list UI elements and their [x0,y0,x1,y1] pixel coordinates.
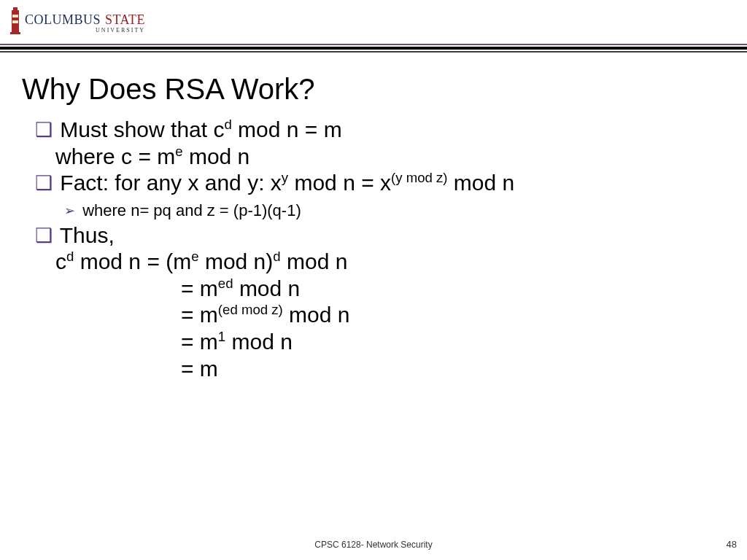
text-fragment: mod n [448,171,515,195]
bullet-must-show: Must show that cd mod n = m [35,117,725,144]
superscript: d [224,117,231,132]
logo-word-state: STATE [105,13,145,26]
svg-rect-2 [13,7,18,12]
text-fragment: Thus, [60,223,115,247]
text-fragment: where n= pq and z = (p-1)(q-1) [82,201,301,219]
logo-word-columbus: COLUMBUS [25,13,101,26]
svg-rect-4 [12,20,18,23]
text-fragment: = m [181,276,218,300]
superscript: e [175,144,182,159]
superscript: 1 [218,329,225,344]
superscript: e [191,249,198,264]
text-fragment: = m [181,303,218,327]
where-clause: where c = me mod n [35,144,725,171]
superscript: (y mod z) [391,170,447,185]
text-fragment: mod n [183,144,250,168]
text-fragment: where c = m [55,144,175,168]
eq-line-3: = m(ed mod z) mod n [35,302,725,329]
text-fragment: mod n = x [288,171,391,195]
svg-rect-3 [12,15,18,18]
text-fragment: c [55,249,66,273]
header-divider [0,44,747,52]
sub-bullet-where: where n= pq and z = (p-1)(q-1) [35,201,725,221]
text-fragment: mod n = (m [74,249,191,273]
text-fragment: = m [181,357,218,381]
text-fragment: mod n = m [232,117,342,141]
superscript: y [282,170,288,185]
footer-text: CPSC 6128- Network Security [0,540,747,550]
eq-line-1: cd mod n = (me mod n)d mod n [35,249,725,276]
page-number: 48 [727,539,737,550]
text-fragment: mod n [233,276,301,300]
slide-body: Must show that cd mod n = m where c = me… [35,117,725,382]
logo-text: COLUMBUS STATE UNIVERSITY [25,9,145,34]
slide-title: Why Does RSA Work? [22,73,315,106]
eq-line-4: = m1 mod n [35,329,725,356]
text-fragment: = m [181,330,218,354]
text-fragment: mod n [283,303,350,327]
text-fragment: mod n [225,330,293,354]
text-fragment: Fact: for any x and y: x [60,171,281,195]
bullet-fact: Fact: for any x and y: xy mod n = x(y mo… [35,170,725,197]
slide: COLUMBUS STATE UNIVERSITY Why Does RSA W… [0,0,747,560]
superscript: d [273,249,280,264]
eq-line-2: = med mod n [35,276,725,303]
logo-tower-icon [9,7,22,35]
superscript: ed [218,276,233,291]
text-fragment: Must show that c [60,117,224,141]
logo-subtext: UNIVERSITY [25,28,145,34]
text-fragment: mod n) [199,249,274,273]
svg-rect-1 [10,32,20,34]
eq-line-5: = m [35,356,725,383]
superscript: d [66,249,74,264]
bullet-thus: Thus, [35,222,725,249]
logo: COLUMBUS STATE UNIVERSITY [9,7,145,35]
superscript: (ed mod z) [218,302,283,317]
text-fragment: mod n [281,249,348,273]
